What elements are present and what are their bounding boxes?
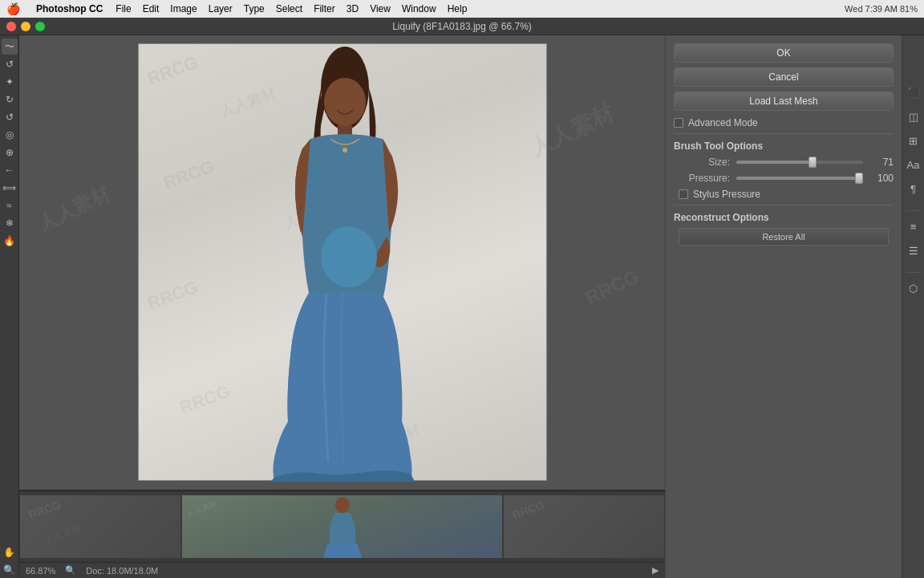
apple-logo[interactable]: 🍎 xyxy=(6,2,20,15)
menu-select[interactable]: Select xyxy=(276,3,302,14)
zoom-icon: 🔍 xyxy=(65,565,76,576)
menu-type[interactable]: Type xyxy=(244,3,265,14)
cancel-button[interactable]: Cancel xyxy=(674,67,894,87)
watermark-1: RRCG xyxy=(144,52,201,90)
menu-filter[interactable]: Filter xyxy=(314,3,335,14)
tool-bloat[interactable]: ⊕ xyxy=(2,144,18,161)
filmstrip-center: 人人素材 xyxy=(182,495,503,558)
svg-point-3 xyxy=(342,148,347,153)
filmstrip-figure xyxy=(318,495,367,558)
clock-date: Wed 7:39 AM 81% xyxy=(845,4,918,14)
nav-arrow[interactable]: ▶ xyxy=(652,565,659,576)
dialog-buttons: OK Cancel Load Last Mesh xyxy=(674,43,894,111)
watermark-3: RRCG xyxy=(160,157,217,194)
tool-twirl-cw[interactable]: ↻ xyxy=(2,92,18,108)
stylus-pressure-row: Stylus Pressure xyxy=(674,189,894,200)
fs-wm-3: RRCG xyxy=(511,498,546,521)
size-row: Size: 71 xyxy=(674,157,894,168)
pressure-label: Pressure: xyxy=(674,173,730,184)
tool-warp[interactable]: 〜 xyxy=(2,39,18,55)
divider-1 xyxy=(674,133,894,134)
pressure-slider-thumb[interactable] xyxy=(855,173,863,184)
menu-view[interactable]: View xyxy=(370,3,391,14)
pressure-row: Pressure: 100 xyxy=(674,173,894,184)
stylus-pressure-checkbox[interactable] xyxy=(679,189,688,199)
zoom-button[interactable] xyxy=(35,22,45,31)
svg-point-5 xyxy=(335,497,350,513)
tool-turbulence[interactable]: ≈ xyxy=(2,197,18,214)
filmstrip-right: RRCG xyxy=(504,495,664,558)
wm-right-2: RRCG xyxy=(582,265,643,309)
tool-freeze[interactable]: ❄ xyxy=(2,215,18,231)
size-label: Size: xyxy=(674,157,730,168)
advanced-mode-row: Advanced Mode xyxy=(674,117,894,128)
tool-mirror[interactable]: ⟺ xyxy=(2,180,18,196)
title-bar: Liquify (8F1A0183.jpg @ 66.7%) xyxy=(0,18,924,35)
edge-icon-1[interactable]: ⬛ xyxy=(905,83,922,101)
liquify-panel: OK Cancel Load Last Mesh Advanced Mode B… xyxy=(665,35,902,578)
menu-bar: 🍎 Photoshop CC File Edit Image Layer Typ… xyxy=(0,0,924,18)
size-slider[interactable] xyxy=(736,161,863,164)
edge-icon-3[interactable]: ⊞ xyxy=(905,132,922,149)
divider-2 xyxy=(674,205,894,206)
tool-reconstruct[interactable]: ↺ xyxy=(2,56,18,72)
filmstrip-left: RRCG 人人素材 xyxy=(20,495,180,558)
tool-pucker[interactable]: ◎ xyxy=(2,127,18,143)
tool-push-left[interactable]: ← xyxy=(2,162,18,178)
advanced-mode-checkbox[interactable] xyxy=(674,118,683,128)
minimize-button[interactable] xyxy=(21,22,30,31)
menu-items: File Edit Image Layer Type Select Filter… xyxy=(116,3,467,14)
svg-point-4 xyxy=(321,226,377,287)
edge-icon-8[interactable]: ⬡ xyxy=(905,279,922,297)
fs-center-wm: 人人素材 xyxy=(185,499,219,520)
load-last-mesh-button[interactable]: Load Last Mesh xyxy=(674,92,894,111)
menu-help[interactable]: Help xyxy=(448,3,468,14)
stylus-pressure-label: Stylus Pressure xyxy=(693,189,760,200)
brush-tool-options-label: Brush Tool Options xyxy=(674,140,894,152)
wm-left-1: 人人素材 xyxy=(34,181,115,237)
right-edge-panel: ⬛ ◫ ⊞ Aa ¶ ≡ ☰ ⬡ xyxy=(902,35,924,578)
restore-all-button[interactable]: Restore All xyxy=(679,228,889,246)
image-canvas: RRCG 人人素材 RRCG 人人素材 RRCG 人人素材 RRCG 人人素材 xyxy=(138,43,547,481)
left-toolbar: 〜 ↺ ✦ ↻ ↺ ◎ ⊕ ← ⟺ ≈ ❄ 🔥 ✋ 🔍 xyxy=(0,35,19,578)
figure-svg xyxy=(222,44,463,482)
traffic-lights xyxy=(6,22,45,31)
edge-icon-6[interactable]: ≡ xyxy=(905,218,922,235)
edge-icon-2[interactable]: ◫ xyxy=(905,108,922,125)
menu-edit[interactable]: Edit xyxy=(143,3,160,14)
pressure-slider[interactable] xyxy=(736,177,863,180)
watermark-5: RRCG xyxy=(144,277,201,315)
window-title: Liquify (8F1A0183.jpg @ 66.7%) xyxy=(392,21,532,32)
advanced-mode-label: Advanced Mode xyxy=(688,117,758,128)
menu-right-icons: Wed 7:39 AM 81% xyxy=(845,4,918,14)
edge-icon-4[interactable]: Aa xyxy=(905,156,922,173)
menu-image[interactable]: Image xyxy=(170,3,197,14)
tool-smooth[interactable]: ✦ xyxy=(2,74,18,90)
menu-file[interactable]: File xyxy=(116,3,131,14)
size-value: 71 xyxy=(868,157,894,168)
edge-icon-5[interactable]: ¶ xyxy=(905,180,922,197)
tool-twirl-ccw[interactable]: ↺ xyxy=(2,109,18,125)
canvas-area: RRCG 人人素材 RRCG 人人素材 RRCG 人人素材 RRCG 人人素材 xyxy=(19,35,665,578)
filmstrip: RRCG 人人素材 人人素材 xyxy=(19,490,665,578)
reconstruct-options-label: Reconstruct Options xyxy=(674,212,894,223)
app-name: Photoshop CC xyxy=(36,3,103,14)
tool-zoom[interactable]: 🔍 xyxy=(2,562,18,578)
tool-thaw[interactable]: 🔥 xyxy=(2,233,18,249)
fs-wm-1: RRCG xyxy=(27,498,63,521)
status-bar: 66.87% 🔍 Doc: 18.0M/18.0M ▶ xyxy=(19,562,665,578)
menu-layer[interactable]: Layer xyxy=(209,3,233,14)
tool-hand[interactable]: ✋ xyxy=(2,544,18,560)
edge-icon-7[interactable]: ☰ xyxy=(905,242,922,259)
zoom-value: 66.87% xyxy=(26,566,55,576)
fs-wm-2: 人人素材 xyxy=(43,521,84,547)
ok-button[interactable]: OK xyxy=(674,43,894,63)
pressure-value: 100 xyxy=(868,173,894,184)
doc-info: Doc: 18.0M/18.0M xyxy=(86,566,158,576)
menu-window[interactable]: Window xyxy=(402,3,436,14)
close-button[interactable] xyxy=(6,22,16,31)
svg-point-2 xyxy=(324,78,366,126)
menu-3d[interactable]: 3D xyxy=(346,3,359,14)
size-slider-thumb[interactable] xyxy=(808,157,817,168)
